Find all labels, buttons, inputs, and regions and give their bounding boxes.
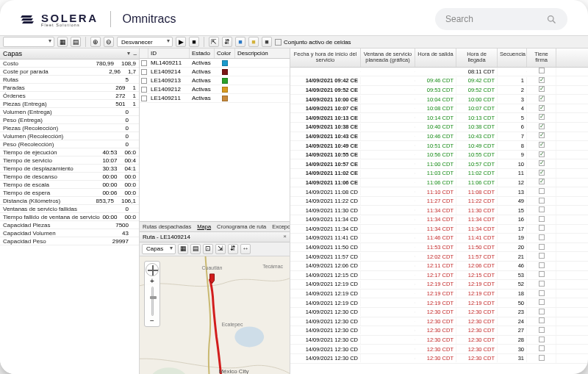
stop-row[interactable]: 14/09/2021 11:57 CD 12:02 CDT 11:57 CDT … [290,252,588,262]
stop-row[interactable]: 14/09/2021 11:30 CD 11:34 CDT 11:30 CDT … [290,206,588,215]
col-descripcion[interactable]: Descripción [235,48,290,58]
stop-row[interactable]: 14/09/2021 10:07 CE 10:08 CDT 10:07 CDT … [290,104,588,114]
stop-row[interactable]: 14/09/2021 10:43 CE 10:46 CDT 10:43 CDT … [290,132,588,142]
toolbar-play-icon[interactable]: ▶ [176,37,186,47]
map-btn-link-icon[interactable]: ⇵ [228,244,238,254]
stop-row[interactable]: 14/09/2021 12:19 CD 12:19 CDT 12:19 CDT … [290,290,588,299]
toolbar-zoom-out-icon[interactable]: ⊖ [104,37,114,47]
map-btn-measure-icon[interactable]: ↔ [240,244,251,254]
map-btn-expand-icon[interactable]: ⇲ [215,244,226,254]
summary-v1: 5 [126,76,129,83]
toolbar-color-yellow-icon[interactable]: ■ [248,37,259,47]
stop-row[interactable]: 14/09/2021 12:19 CD 12:19 CDT 12:19 CDT … [290,298,588,308]
col-fecha-hora[interactable]: Fecha y hora de inicio del servicio [290,48,361,67]
stops-grid-body[interactable]: 08:11 CDT 14/09/2021 09:42 CE 09:46 CDT … [290,68,588,375]
stop-row[interactable]: 14/09/2021 11:22 CD 11:27 CDT 11:22 CDT … [290,197,588,206]
route-row[interactable]: LE1409212 Activas [140,85,290,94]
route-checkbox-icon[interactable] [141,78,147,84]
cell-hora-llegada: 10:57 CDT [456,160,498,168]
map-btn-grid-icon[interactable]: ▤ [190,244,201,254]
toolbar-color-blue-icon[interactable]: ■ [235,37,245,47]
left-panel-title[interactable]: Capas – [0,48,139,60]
cell-firma [527,243,556,252]
route-row[interactable]: LE1409211 Activas [140,94,290,103]
cell-hora-salida: 11:27 CDT [415,197,456,205]
route-checkbox-icon[interactable] [141,87,147,93]
map-btn-layers-icon[interactable]: ▦ [178,244,188,254]
route-row[interactable]: LE1409214 Activas [140,68,290,76]
route-checkbox-icon[interactable] [141,60,147,66]
stop-row[interactable]: 14/09/2021 12:30 CD 12:30 CDT 12:30 CDT … [290,345,588,354]
stop-row[interactable]: 14/09/2021 12:30 CD 12:30 CDT 12:30 CDT … [290,336,588,345]
stop-row[interactable]: 14/09/2021 11:34 CD 11:34 CDT 11:34 CDT … [290,215,588,225]
map-zoom-control[interactable]: + − [144,261,160,327]
col-hora-llegada[interactable]: Hora de llegada [456,48,498,67]
col-secuencia[interactable]: Secuencia [498,48,527,67]
map-pan-pad-icon[interactable] [146,263,159,276]
stop-row[interactable]: 14/09/2021 10:55 CE 10:56 CDT 10:55 CDT … [290,151,588,160]
map-zoom-out-icon[interactable]: − [150,317,154,325]
map-canvas[interactable]: Cuautlán Tecámac Ecatepec México City + … [140,256,290,375]
col-color[interactable]: Color [215,48,235,58]
stop-row[interactable]: 14/09/2021 11:08 CD 11:10 CDT 11:08 CDT … [290,187,588,197]
stop-row[interactable]: 14/09/2021 10:49 CE 10:51 CDT 10:49 CDT … [290,141,588,151]
route-row[interactable]: ML1409211 Activas [140,59,290,68]
cell-secuencia: 46 [498,262,527,270]
map-zoom-slider[interactable] [151,287,154,316]
stop-row[interactable]: 14/09/2021 10:13 CE 10:14 CDT 10:13 CDT … [290,113,588,123]
stop-row[interactable]: 14/09/2021 12:30 CD 12:30 CDT 12:30 CDT … [290,308,588,317]
cell-hora-llegada: 10:55 CDT [456,151,498,159]
route-checkbox-icon[interactable] [141,96,147,101]
toolbar-layers-icon[interactable]: ▦ [57,37,68,47]
toolbar-expand-icon[interactable]: ⇱ [209,37,219,47]
stop-row[interactable]: 14/09/2021 12:19 CD 12:19 CDT 12:19 CDT … [290,280,588,290]
route-row[interactable]: LE1409213 Activas [140,76,290,85]
stop-row[interactable]: 14/09/2021 12:06 CD 12:11 CDT 12:06 CDT … [290,262,588,271]
summary-key: Coste por parada [3,68,49,75]
stop-row[interactable]: 14/09/2021 12:30 CD 12:30 CDT 12:30 CDT … [290,354,588,364]
toolbar-link-icon[interactable]: ⇵ [222,37,232,47]
stop-row[interactable]: 14/09/2021 12:30 CD 12:30 CDT 12:30 CDT … [290,326,588,336]
cell-firma [527,159,556,168]
stop-row[interactable]: 14/09/2021 09:52 CE 09:53 CDT 09:52 CDT … [290,86,588,96]
toolbar-color-dark-icon[interactable]: ■ [262,37,272,47]
stop-row[interactable]: 14/09/2021 09:42 CE 09:46 CDT 09:42 CDT … [290,76,588,86]
center-tab[interactable]: Rutas despachadas [143,223,191,230]
col-estado[interactable]: Estado [190,48,215,58]
col-hora-salida[interactable]: Hora de salida [415,48,456,67]
stop-row[interactable]: 14/09/2021 10:00 CE 10:04 CDT 10:00 CDT … [290,95,588,104]
toolbar-dropdown-1[interactable] [3,37,54,47]
cells-toggle[interactable]: Conjunto activo de celdas [275,39,351,46]
col-ventana-servicio[interactable]: Ventana de servicio planeada (gráfica) [361,48,415,67]
stop-row[interactable]: 08:11 CDT [290,68,588,77]
toolbar-stop-icon[interactable]: ■ [189,37,199,47]
map-btn-zoomfit-icon[interactable]: ⊡ [203,244,213,254]
stop-row[interactable]: 14/09/2021 10:38 CE 10:40 CDT 10:38 CDT … [290,123,588,132]
map-panel-title[interactable]: Ruta - LE1409214 [140,232,290,242]
effect-select[interactable]: Desvanecer [117,37,173,47]
stop-row[interactable]: 14/09/2021 12:30 CD 12:30 CDT 12:30 CDT … [290,317,588,327]
stop-row[interactable]: 14/09/2021 11:50 CD 11:53 CDT 11:50 CDT … [290,243,588,253]
stop-row[interactable]: 14/09/2021 11:34 CD 11:34 CDT 11:34 CDT … [290,225,588,234]
stop-row[interactable]: 14/09/2021 10:57 CE 11:00 CDT 10:57 CDT … [290,159,588,169]
stop-row[interactable]: 14/09/2021 11:41 CD 11:46 CDT 11:41 CDT … [290,234,588,243]
stops-grid-header: Fecha y hora de inicio del servicio Vent… [290,48,588,68]
map-zoom-in-icon[interactable]: + [150,278,154,285]
map-capas-select[interactable]: Capas [142,244,176,254]
toolbar-grid-icon[interactable]: ▤ [71,37,81,47]
toolbar-zoom-in-icon[interactable]: ⊕ [90,37,101,47]
collapse-icon[interactable]: – [134,51,137,57]
summary-v2: 06:0 [124,149,136,156]
search-input[interactable]: Search [435,8,567,30]
route-checkbox-icon[interactable] [141,69,147,75]
col-tiene-firma[interactable]: Tiene firma [527,48,556,67]
stop-row[interactable]: 14/09/2021 11:02 CE 11:03 CDT 11:02 CDT … [290,169,588,179]
summary-key: Peso (Recolección) [3,141,54,148]
center-tab[interactable]: Excepciones [272,223,290,230]
center-tab[interactable]: Mapa [197,223,211,230]
center-tab[interactable]: Cronograma de ruta [217,223,266,230]
col-id[interactable]: ID [148,48,190,58]
stop-row[interactable]: 14/09/2021 11:06 CE 11:06 CDT 11:06 CDT … [290,179,588,188]
cells-checkbox-icon[interactable] [275,39,282,46]
stop-row[interactable]: 14/09/2021 12:15 CD 12:17 CDT 12:15 CDT … [290,271,588,281]
